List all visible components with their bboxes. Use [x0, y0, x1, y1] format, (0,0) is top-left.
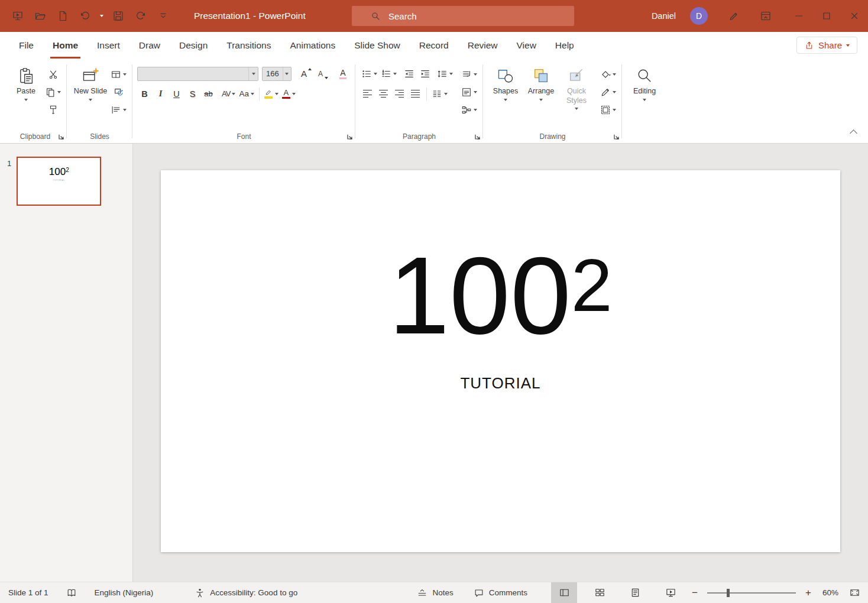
view-slideshow-button[interactable]	[658, 582, 684, 603]
redo-button[interactable]	[130, 5, 151, 27]
numbering-button[interactable]	[380, 66, 398, 81]
spellcheck-status-button[interactable]	[66, 588, 77, 598]
shape-effects-button[interactable]	[599, 102, 617, 117]
font-dialog-launcher[interactable]	[346, 134, 353, 140]
slide-layout-button[interactable]	[109, 67, 128, 82]
cut-button[interactable]	[44, 67, 62, 82]
pen-inking-button[interactable]	[723, 5, 744, 27]
share-button[interactable]: Share	[796, 37, 857, 54]
slide-canvas[interactable]: 1002 TUTORIAL	[161, 170, 840, 552]
slide-subtitle[interactable]: TUTORIAL	[161, 374, 840, 393]
view-slide-sorter-button[interactable]	[587, 582, 613, 603]
copy-button[interactable]	[44, 85, 62, 99]
drawing-dialog-launcher[interactable]	[613, 134, 620, 140]
undo-menu-chevron[interactable]	[97, 5, 106, 27]
tab-review[interactable]: Review	[458, 32, 507, 59]
editing-button[interactable]: Editing	[627, 62, 662, 122]
save-button[interactable]	[108, 5, 129, 27]
tab-help[interactable]: Help	[546, 32, 584, 59]
slide-thumbnail[interactable]: 1002 TUTORIAL	[17, 157, 101, 206]
strikethrough-button[interactable]: ab	[201, 86, 216, 101]
text-direction-button[interactable]	[460, 67, 478, 82]
ribbon-display-options-button[interactable]	[755, 5, 776, 27]
shrink-font-button[interactable]: A	[313, 66, 328, 81]
zoom-slider[interactable]	[707, 592, 796, 594]
columns-button[interactable]	[430, 86, 449, 101]
section-button[interactable]	[109, 102, 128, 117]
search-input[interactable]: Search	[352, 6, 574, 26]
notes-button[interactable]: Notes	[417, 588, 453, 598]
align-left-button[interactable]	[360, 86, 375, 101]
language-button[interactable]: English (Nigeria)	[95, 588, 154, 597]
user-name[interactable]: Daniel	[652, 11, 676, 21]
comments-button[interactable]: Comments	[474, 588, 527, 598]
font-size-dropdown[interactable]	[283, 67, 291, 80]
increase-indent-button[interactable]	[417, 66, 432, 81]
shape-outline-button[interactable]	[599, 85, 617, 99]
slide-indicator[interactable]: Slide 1 of 1	[8, 588, 48, 597]
text-shadow-button[interactable]: S	[185, 86, 200, 101]
slide-title[interactable]: 1002	[161, 170, 840, 353]
decrease-indent-button[interactable]	[401, 66, 416, 81]
qat-customize-button[interactable]	[153, 5, 174, 27]
tab-transitions[interactable]: Transitions	[217, 32, 280, 59]
italic-button[interactable]: I	[153, 86, 168, 101]
maximize-button[interactable]	[812, 0, 840, 32]
clipboard-dialog-launcher[interactable]	[58, 134, 64, 140]
accessibility-status-button[interactable]: Accessibility: Good to go	[195, 588, 297, 598]
close-button[interactable]	[840, 0, 868, 32]
arrange-button[interactable]: Arrange	[523, 62, 559, 122]
change-case-button[interactable]: Aa	[238, 86, 255, 101]
new-slide-button[interactable]: New Slide	[72, 62, 109, 122]
tab-record[interactable]: Record	[410, 32, 458, 59]
align-right-button[interactable]	[392, 86, 407, 101]
paragraph-dialog-launcher[interactable]	[474, 134, 481, 140]
zoom-out-button[interactable]: −	[687, 582, 702, 603]
chevron-down-icon	[575, 108, 578, 110]
undo-button[interactable]	[75, 5, 96, 27]
align-center-button[interactable]	[376, 86, 391, 101]
open-button[interactable]	[30, 5, 51, 27]
tab-home[interactable]: Home	[43, 32, 88, 59]
minimize-button[interactable]	[785, 0, 812, 32]
justify-button[interactable]	[408, 86, 423, 101]
bold-button[interactable]: B	[137, 86, 152, 101]
shape-fill-button[interactable]	[599, 67, 617, 82]
bullets-button[interactable]	[360, 66, 378, 81]
tab-draw[interactable]: Draw	[129, 32, 170, 59]
grow-font-button[interactable]: A	[296, 66, 312, 81]
font-name-dropdown[interactable]	[248, 67, 258, 80]
tab-file[interactable]: File	[9, 32, 43, 59]
view-reading-button[interactable]	[622, 582, 648, 603]
start-slideshow-button[interactable]	[7, 5, 28, 27]
reset-slide-button[interactable]	[109, 85, 128, 99]
shapes-button[interactable]: Shapes	[488, 62, 523, 122]
highlight-color-button[interactable]	[263, 86, 280, 101]
tab-slide-show[interactable]: Slide Show	[345, 32, 410, 59]
tab-view[interactable]: View	[507, 32, 546, 59]
collapse-ribbon-button[interactable]	[847, 128, 860, 138]
format-painter-button[interactable]	[44, 102, 62, 117]
search-placeholder: Search	[388, 11, 417, 21]
underline-button[interactable]: U	[169, 86, 184, 101]
align-text-button[interactable]	[460, 85, 478, 99]
new-file-button[interactable]	[52, 5, 73, 27]
zoom-percentage-button[interactable]: 60%	[816, 588, 844, 597]
tab-insert[interactable]: Insert	[88, 32, 129, 59]
font-name-combobox[interactable]	[137, 67, 258, 81]
tab-animations[interactable]: Animations	[280, 32, 345, 59]
tab-design[interactable]: Design	[170, 32, 217, 59]
avatar[interactable]: D	[690, 7, 708, 25]
font-size-combobox[interactable]: 166	[262, 67, 292, 81]
font-color-button[interactable]: A	[281, 86, 297, 101]
clear-formatting-button[interactable]: A	[335, 66, 351, 81]
zoom-slider-thumb[interactable]	[727, 589, 730, 597]
character-spacing-button[interactable]: AV	[221, 86, 237, 101]
line-spacing-button[interactable]	[436, 66, 454, 81]
view-normal-button[interactable]	[551, 582, 577, 603]
quick-styles-button[interactable]: Quick Styles	[559, 62, 594, 122]
zoom-in-button[interactable]: +	[801, 582, 816, 603]
paste-button[interactable]: Paste	[8, 62, 44, 122]
fit-to-window-button[interactable]	[844, 582, 864, 603]
convert-to-smartart-button[interactable]	[460, 102, 478, 117]
